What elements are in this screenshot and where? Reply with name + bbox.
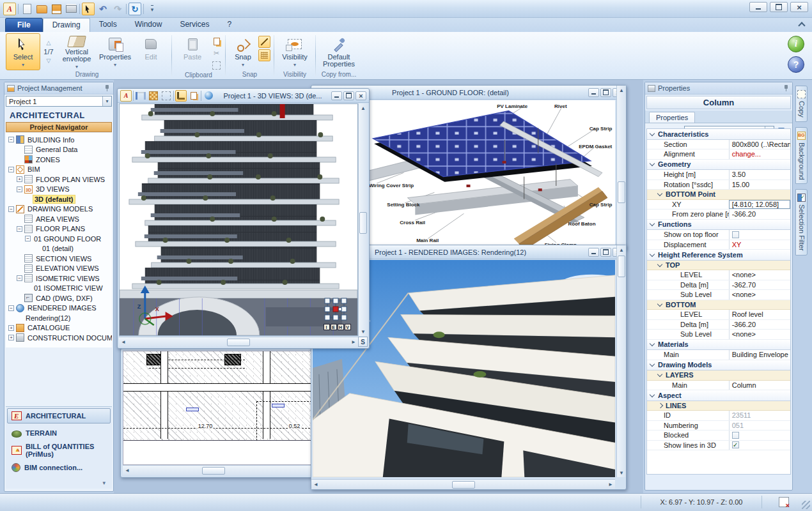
- prev-selection-icon[interactable]: △: [47, 40, 51, 46]
- property-row-blocked[interactable]: Blocked: [647, 431, 790, 441]
- marquee-icon[interactable]: [160, 90, 172, 102]
- side-tab-background[interactable]: Background: [795, 127, 808, 185]
- visibility-button[interactable]: Visibility: [277, 33, 312, 70]
- tree-expander-icon[interactable]: +: [17, 176, 22, 182]
- tree-item-construction-documents-s[interactable]: +CONSTRUCTION DOCUMENTS S: [7, 333, 112, 343]
- properties-button[interactable]: Properties: [98, 33, 132, 70]
- scroll-corner-button[interactable]: S: [358, 337, 368, 347]
- tree-item-zones[interactable]: ZONES: [7, 155, 112, 165]
- property-value[interactable]: 23511: [729, 411, 790, 420]
- property-value[interactable]: XY: [729, 240, 790, 250]
- scroll-right-icon[interactable]: ►: [606, 480, 615, 489]
- tree-item-rendering-12[interactable]: Rendering(12): [7, 313, 112, 323]
- tree-item-isometric-views[interactable]: −ISOMETRIC VIEWS: [7, 273, 112, 284]
- property-value[interactable]: -366.20: [729, 210, 790, 219]
- property-subsection-bottom-point[interactable]: BOTTOM Point: [647, 190, 790, 200]
- scrollbar-thumb[interactable]: [618, 256, 625, 277]
- resize-grip-icon[interactable]: [802, 501, 810, 509]
- property-row-displacement[interactable]: DisplacementXY: [647, 240, 790, 250]
- tree-item-building-info[interactable]: −BUILDING Info: [7, 135, 112, 145]
- property-section-aspect[interactable]: Aspect: [647, 390, 790, 401]
- scroll-left-icon[interactable]: ◄: [119, 338, 128, 347]
- ribbon-tab-tab[interactable]: ?: [218, 18, 240, 32]
- tree-item-3d-views[interactable]: −3D VIEWS: [7, 185, 112, 195]
- ground-floor-vscrollbar[interactable]: ▲: [616, 86, 626, 249]
- property-row-delta-m[interactable]: Delta [m]-366.20: [647, 320, 790, 330]
- scroll-down-icon[interactable]: ▼: [359, 327, 368, 336]
- scrollbar-thumb[interactable]: [452, 481, 475, 489]
- tree-item-01-isometric-view[interactable]: 01 ISOMETRIC VIEW: [7, 284, 112, 294]
- property-row-from-zero-plane-m[interactable]: From zero plane [m]-366.20: [647, 210, 790, 220]
- default-properties-button[interactable]: Default Properties: [319, 33, 359, 70]
- property-value[interactable]: <none>: [729, 290, 790, 300]
- view-navigation-widget[interactable]: IEHV: [323, 296, 351, 330]
- maximize-button[interactable]: [770, 2, 788, 12]
- property-value[interactable]: 3.50: [729, 170, 790, 179]
- select-button[interactable]: Select: [6, 33, 40, 70]
- property-row-level[interactable]: LEVELRoof level: [647, 310, 790, 320]
- scroll-right-icon[interactable]: ►: [349, 338, 358, 347]
- property-row-show-on-top-floor[interactable]: Show on top floor: [647, 230, 790, 240]
- scrollbar-thumb[interactable]: [227, 339, 250, 346]
- next-selection-icon[interactable]: ▽: [47, 57, 51, 64]
- scroll-down-icon[interactable]: ▼: [617, 468, 626, 477]
- tree-item-floor-plan-views[interactable]: +FLOOR PLAN VIEWS: [7, 174, 112, 185]
- scroll-left-icon[interactable]: ◄: [123, 466, 132, 475]
- property-row-xy[interactable]: XY[4.810; 12.058]: [647, 200, 790, 210]
- restore-button[interactable]: [600, 248, 611, 257]
- snap-grid-toggle[interactable]: [258, 49, 270, 61]
- render-vscrollbar[interactable]: ▲ ▼: [616, 245, 626, 477]
- property-section-geometry[interactable]: Geometry: [647, 160, 790, 171]
- side-tab-copy[interactable]: Copy: [795, 86, 808, 122]
- scroll-left-icon[interactable]: ◄: [311, 480, 320, 489]
- property-value[interactable]: 051: [729, 421, 790, 431]
- minimize-button[interactable]: [588, 88, 599, 97]
- scrollbar-thumb[interactable]: [359, 212, 367, 234]
- scrollbar-thumb[interactable]: [618, 181, 625, 203]
- property-row-height-m[interactable]: Height [m]3.50: [647, 170, 790, 180]
- close-button[interactable]: [790, 2, 808, 12]
- tree-item-general-data[interactable]: General Data: [7, 145, 112, 155]
- tree-item-3d-default[interactable]: 3D (default): [7, 194, 112, 204]
- help-button[interactable]: ?: [788, 56, 804, 73]
- modules-collapse-icon[interactable]: [7, 477, 111, 487]
- ribbon-tab-file[interactable]: File: [5, 18, 43, 32]
- pin-icon[interactable]: [104, 84, 111, 92]
- property-row-show-lines-in-3d[interactable]: Show lines in 3D✓: [647, 441, 790, 451]
- property-row-numbering[interactable]: Numbering051: [647, 421, 790, 431]
- tree-expander-icon[interactable]: −: [8, 137, 14, 142]
- side-tab-selection-filter[interactable]: Selection Filter: [795, 189, 808, 256]
- save-icon[interactable]: [50, 3, 63, 15]
- status-export-icon[interactable]: [779, 497, 789, 507]
- property-section-height-reference-system[interactable]: Height Reference System: [647, 250, 790, 261]
- checkbox-checked-icon[interactable]: ✓: [732, 441, 739, 448]
- ribbon-tab-services[interactable]: Services: [171, 18, 218, 32]
- print-icon[interactable]: [65, 3, 77, 15]
- tree-item-elevation-views[interactable]: ELEVATION VIEWS: [7, 264, 112, 274]
- view3d-titlebar[interactable]: Project 1 - 3D VIEWS: 3D (de...: [118, 89, 369, 103]
- floorplan-hscrollbar[interactable]: ◄ ►: [123, 465, 317, 475]
- property-value[interactable]: [729, 431, 790, 440]
- texture-icon[interactable]: [148, 90, 159, 102]
- property-subsection-top[interactable]: TOP: [647, 261, 790, 271]
- render-hscrollbar[interactable]: ◄ ►: [311, 479, 615, 489]
- restore-button[interactable]: [343, 91, 354, 100]
- close-button[interactable]: [355, 91, 366, 100]
- module-button-bim-connection[interactable]: BIM connection...: [7, 460, 111, 475]
- redo-icon[interactable]: [111, 3, 124, 15]
- property-section-drawing-models[interactable]: Drawing Models: [647, 360, 790, 371]
- sphere-icon[interactable]: [203, 90, 214, 102]
- select-tool-icon[interactable]: [82, 3, 95, 15]
- tree-expander-icon[interactable]: −: [8, 167, 14, 172]
- undo-icon[interactable]: [97, 3, 109, 15]
- refresh-icon[interactable]: [129, 3, 141, 15]
- view-mode-v[interactable]: V: [345, 324, 351, 330]
- scroll-up-icon[interactable]: ▲: [359, 103, 368, 112]
- view-mode-i[interactable]: I: [324, 324, 330, 330]
- tree-item-section-views[interactable]: SECTION VIEWS: [7, 254, 112, 264]
- property-section-functions[interactable]: Functions: [647, 220, 790, 231]
- tab-properties[interactable]: Properties: [649, 112, 695, 123]
- vertical-envelope-button[interactable]: Vertical envelope: [57, 33, 97, 70]
- property-value[interactable]: [4.810; 12.058]: [729, 200, 790, 210]
- property-value[interactable]: <none>: [729, 330, 790, 339]
